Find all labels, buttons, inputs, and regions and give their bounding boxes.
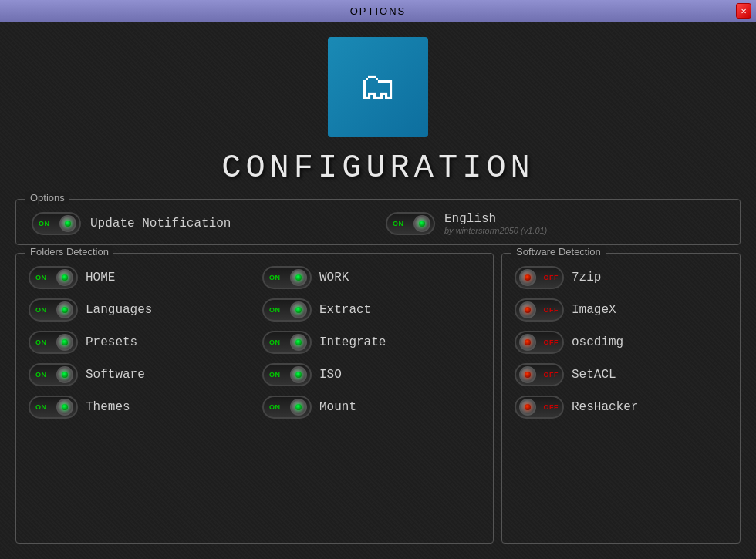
toggle-on-label2: ON [393,220,404,227]
toggle-knob-off [519,366,536,383]
home-toggle[interactable]: ON [29,266,78,289]
toggle-knob [290,269,307,286]
work-label: WORK [319,271,349,285]
oscdimg-toggle[interactable]: OFF [515,331,564,354]
toggle-knob [56,399,73,416]
main-content: 🗂 CONFIGURATION Options ON Update Notifi [0,22,756,559]
toggle-knob [290,399,307,416]
config-title: CONFIGURATION [221,150,535,187]
list-item: ON Themes [29,396,247,419]
language-item: ON English by winterstorm2050 (v1.01) [386,212,724,235]
themes-toggle[interactable]: ON [29,396,78,419]
presets-toggle[interactable]: ON [29,331,78,354]
bottom-panels: Folders Detection ON HOME ON [15,253,741,544]
version-text: by winterstorm2050 (v1.01) [444,226,547,235]
software-list: OFF 7zip OFF ImageX [515,266,727,419]
home-label: HOME [86,271,115,285]
language-info: English by winterstorm2050 (v1.01) [444,212,547,235]
themes-label: Themes [86,400,130,414]
reshacker-toggle[interactable]: OFF [515,396,564,419]
7zip-label: 7zip [572,271,601,285]
7zip-toggle[interactable]: OFF [515,266,564,289]
software-panel-label: Software Detection [511,246,606,258]
window-title: OPTIONS [350,5,407,17]
list-item: ON WORK [262,266,481,289]
folder-icon: 🗂 [359,64,397,111]
toggle-knob-off [519,399,536,416]
logo-box: 🗂 [328,37,428,137]
toggle-knob [56,366,73,383]
list-item: ON Software [29,363,247,386]
languages-toggle[interactable]: ON [29,298,78,322]
sections-area: Options ON Update Notification [15,199,741,544]
software-label: Software [86,368,145,382]
options-panel: Options ON Update Notification [15,199,741,245]
update-toggle-group: ON Update Notification [32,212,370,235]
languages-label: Languages [86,303,152,317]
title-bar: OPTIONS ✕ [0,0,756,22]
toggle-knob [290,334,307,351]
toggle-knob-off [519,301,536,318]
toggle-knob [59,215,76,232]
integrate-label: Integrate [319,335,386,349]
setacl-toggle[interactable]: OFF [515,363,564,386]
toggle-knob [290,301,307,318]
main-window: OPTIONS ✕ 🗂 CONFIGURATION Options ON [0,0,756,559]
list-item: OFF oscdimg [515,331,727,354]
list-item: OFF 7zip [515,266,727,289]
toggle-knob [56,334,73,351]
list-item: ON HOME [29,266,247,289]
iso-label: ISO [319,368,342,382]
extract-label: Extract [319,303,371,317]
toggle-knob [56,301,73,318]
close-button[interactable]: ✕ [736,3,751,19]
update-notification-item: ON Update Notification [32,212,370,235]
toggle-knob [56,269,73,286]
language-label: English [444,212,547,226]
folders-grid: ON HOME ON WORK [29,266,481,419]
list-item: OFF SetACL [515,363,727,386]
options-row: ON Update Notification ON English [32,212,724,235]
mount-toggle[interactable]: ON [262,396,312,419]
options-panel-label: Options [25,192,69,204]
toggle-knob2 [413,215,430,232]
list-item: ON Languages [29,298,247,322]
list-item: ON Mount [262,396,481,419]
folders-panel: Folders Detection ON HOME ON [15,253,494,544]
reshacker-label: ResHacker [572,400,638,414]
software-panel: Software Detection OFF 7zip [501,253,741,544]
list-item: ON Integrate [262,331,481,354]
list-item: ON ISO [262,363,481,386]
work-toggle[interactable]: ON [262,266,312,289]
setacl-label: SetACL [572,368,616,382]
list-item: ON Presets [29,331,247,354]
imagex-label: ImageX [572,303,616,317]
list-item: ON Extract [262,298,481,322]
language-toggle[interactable]: ON [386,212,435,235]
integrate-toggle[interactable]: ON [262,331,312,354]
imagex-toggle[interactable]: OFF [515,298,564,322]
toggle-knob-off [519,334,536,351]
update-notification-label: Update Notification [90,217,231,231]
toggle-on-label: ON [39,220,50,227]
mount-label: Mount [319,400,356,414]
software-toggle[interactable]: ON [29,363,78,386]
extract-toggle[interactable]: ON [262,298,312,322]
update-notification-toggle[interactable]: ON [32,212,81,235]
oscdimg-label: oscdimg [572,335,623,349]
toggle-knob [290,366,307,383]
toggle-knob-off [519,269,536,286]
iso-toggle[interactable]: ON [262,363,312,386]
folders-panel-label: Folders Detection [25,246,113,258]
list-item: OFF ImageX [515,298,727,322]
presets-label: Presets [86,335,137,349]
list-item: OFF ResHacker [515,396,727,419]
